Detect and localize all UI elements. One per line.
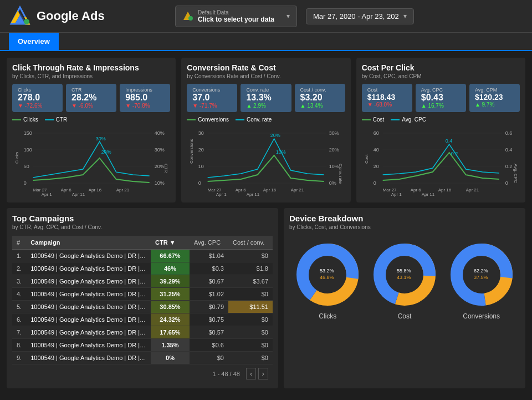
- pagination-prev-button[interactable]: ‹: [246, 368, 256, 379]
- svg-text:50: 50: [24, 164, 29, 169]
- svg-text:Apr 11: Apr 11: [421, 192, 434, 197]
- svg-text:0.2: 0.2: [505, 164, 512, 169]
- svg-text:30%: 30%: [155, 147, 165, 153]
- row-cost-conv: $0: [228, 352, 273, 364]
- row-num: 7.: [12, 326, 26, 339]
- svg-text:Apr 16: Apr 16: [263, 188, 277, 193]
- svg-text:53.2%: 53.2%: [320, 268, 334, 274]
- cost-card: Cost $118.43 ▼ -68.0%: [362, 84, 412, 112]
- ctr-impressions-sub: by Clicks, CTR, and Impressions: [12, 73, 170, 79]
- svg-text:Apr 16: Apr 16: [89, 188, 102, 193]
- svg-text:Conversions: Conversions: [189, 139, 194, 164]
- row-campaign-name: 1000549 | Google Analytics Demo | DR | m…: [26, 313, 151, 326]
- svg-text:Apr 1: Apr 1: [216, 192, 227, 197]
- ctr-impressions-section: Click Through Rate & Impressions by Clic…: [7, 58, 176, 202]
- logo-area: Google Ads: [9, 5, 175, 27]
- svg-text:0: 0: [505, 180, 508, 186]
- campaigns-title: Top Campaigns: [12, 214, 273, 223]
- svg-text:Conv. rate: Conv. rate: [338, 164, 343, 184]
- avg-cpm-card: Avg. CPM $120.23 ▲ 9.7%: [469, 84, 520, 112]
- row-ctr: 30.85%: [151, 301, 190, 313]
- table-row: 1. 1000549 | Google Analytics Demo | DR …: [12, 250, 273, 262]
- clicks-donut-label: Clicks: [319, 312, 336, 320]
- svg-text:Apr 6: Apr 6: [61, 188, 72, 193]
- bottom-row: Top Campaigns by CTR, Avg. CPC, and Cost…: [7, 208, 525, 388]
- svg-text:Avg. CPC: Avg. CPC: [513, 164, 518, 183]
- row-num: 5.: [12, 301, 26, 313]
- row-avg-cpc: $0.57: [190, 326, 228, 339]
- svg-text:Apr 21: Apr 21: [291, 188, 304, 193]
- cost-chart-svg: 60 40 20 0 0.6 0.4 0.2 0 Cost Avg. CPC M…: [362, 125, 520, 197]
- row-campaign-name: 1000549 | Google Analytics Demo | DR | m…: [26, 250, 151, 262]
- table-row: 4. 1000549 | Google Analytics Demo | DR …: [12, 288, 273, 301]
- clicks-donut: 53.2% 46.8% Clicks: [294, 241, 361, 320]
- svg-text:46.8%: 46.8%: [320, 275, 334, 280]
- svg-text:Apr 16: Apr 16: [438, 188, 451, 193]
- campaigns-table: # Campaign CTR ▼ Avg. CPC Cost / conv. 1…: [12, 236, 273, 364]
- donut-row: 53.2% 46.8% Clicks 55.8% 43.1%: [289, 241, 520, 320]
- cost-per-click-title: Cost Per Click: [362, 63, 520, 72]
- svg-text:Apr 6: Apr 6: [236, 188, 247, 193]
- svg-text:Apr 6: Apr 6: [410, 188, 421, 193]
- svg-text:0: 0: [373, 180, 376, 186]
- row-campaign-name: 1000549 | Google Analytics Demo | DR |..…: [26, 352, 151, 364]
- clicks-card: Clicks 278.0 ▼ -72.6%: [12, 84, 63, 112]
- col-ctr[interactable]: CTR ▼: [151, 236, 190, 250]
- row-avg-cpc: $0.79: [190, 301, 228, 313]
- row-ctr: 0%: [151, 352, 190, 364]
- row-num: 2.: [12, 262, 26, 275]
- conversion-chart: 30 20 10 0 30% 20% 10% 0% Conversions Co…: [187, 125, 345, 197]
- data-selector-text: Default Data Click to select your data: [198, 9, 282, 23]
- device-sub: by Clicks, Cost, and Conversions: [289, 224, 520, 230]
- avg-cpc-card: Avg. CPC $0.43 ▲ 16.7%: [416, 84, 466, 112]
- row-cost-conv: $0: [228, 250, 273, 262]
- row-ctr: 46%: [151, 262, 190, 275]
- row-cost-conv: $0: [228, 339, 273, 352]
- row-cost-conv: $0: [228, 313, 273, 326]
- row-num: 1.: [12, 250, 26, 262]
- row-ctr: 39.29%: [151, 275, 190, 288]
- date-range-selector[interactable]: Mar 27, 2020 - Apr 23, 202 ▾: [306, 8, 414, 24]
- svg-text:20%: 20%: [270, 133, 280, 138]
- main-content: Click Through Rate & Impressions by Clic…: [0, 51, 532, 395]
- top-campaigns-section: Top Campaigns by CTR, Avg. CPC, and Cost…: [7, 208, 278, 388]
- row-campaign-name: 1000549 | Google Analytics Demo | DR | m…: [26, 275, 151, 288]
- device-breakdown-section: Device Breakdown by Clicks, Cost, and Co…: [284, 208, 525, 388]
- svg-text:20%: 20%: [329, 147, 339, 153]
- row-ctr: 66.67%: [151, 250, 190, 262]
- svg-text:20%: 20%: [101, 149, 111, 155]
- cost-cards: Cost $118.43 ▼ -68.0% Avg. CPC $0.43 ▲ 1…: [362, 84, 520, 112]
- svg-text:37.5%: 37.5%: [474, 275, 488, 280]
- tab-overview[interactable]: Overview: [9, 33, 59, 50]
- row-campaign-name: 1000549 | Google Analytics Demo | DR | m…: [26, 326, 151, 339]
- col-campaign[interactable]: Campaign: [26, 236, 151, 250]
- svg-text:Apr 21: Apr 21: [116, 188, 130, 193]
- ctr-impressions-chart: 150 100 50 0 40% 30% 20% 10% Clicks CTR: [12, 125, 170, 197]
- svg-text:43.1%: 43.1%: [397, 275, 411, 280]
- row-ctr: 24.32%: [151, 313, 190, 326]
- conversions-donut: 62.2% 37.5% Conversions: [448, 241, 515, 320]
- svg-text:Apr 11: Apr 11: [247, 192, 260, 197]
- row-ctr: 17.65%: [151, 326, 190, 339]
- svg-text:40: 40: [373, 147, 378, 153]
- data-selector[interactable]: Default Data Click to select your data ▾: [175, 6, 297, 27]
- svg-text:0.2: 0.2: [451, 151, 458, 156]
- col-avg-cpc: Avg. CPC: [190, 236, 228, 250]
- svg-text:55.8%: 55.8%: [397, 268, 411, 274]
- row-num: 8.: [12, 339, 26, 352]
- row-avg-cpc: $0.6: [190, 339, 228, 352]
- ctr-legend: Clicks CTR: [12, 117, 170, 123]
- row-cost-conv: $0: [228, 288, 273, 301]
- svg-text:0%: 0%: [329, 180, 336, 186]
- row-cost-conv: $3.67: [228, 275, 273, 288]
- conversions-donut-label: Conversions: [463, 312, 500, 320]
- table-row: 5. 1000549 | Google Analytics Demo | DR …: [12, 301, 273, 313]
- data-selector-icon: [182, 11, 193, 22]
- pagination-next-button[interactable]: ›: [258, 368, 268, 379]
- chevron-down-icon: ▾: [287, 12, 290, 20]
- conversion-cost-sub: by Conversions Rate and Cost / Conv.: [187, 73, 345, 79]
- cost-per-click-sub: by Cost, CPC, and CPM: [362, 73, 520, 79]
- svg-text:30%: 30%: [96, 136, 106, 141]
- row-avg-cpc: $0.3: [190, 262, 228, 275]
- conversions-card: Conversions 37.0 ▼ -71.7%: [187, 84, 237, 112]
